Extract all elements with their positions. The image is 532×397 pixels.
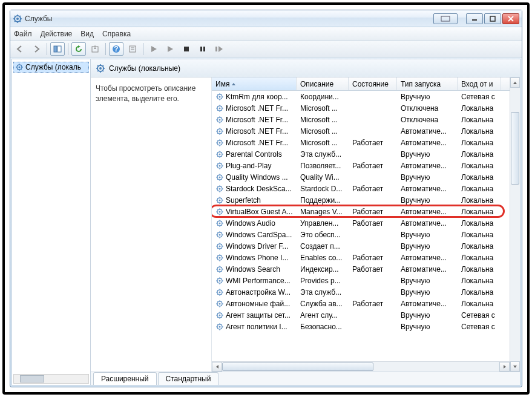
service-row[interactable]: Windows SearchИндексир...РаботаетАвтомат… — [212, 263, 510, 275]
svg-point-60 — [219, 314, 221, 316]
service-row[interactable]: SuperfetchПоддержи...ВручнуюЛокальна — [212, 194, 510, 206]
restart-service-button[interactable] — [212, 42, 226, 56]
menu-file[interactable]: Файл — [14, 30, 32, 38]
svg-text:?: ? — [114, 45, 118, 53]
svg-rect-13 — [184, 47, 189, 51]
body: Службы (локаль Службы (локальные) Чтобы … — [11, 59, 521, 386]
view-tabs: Расширенный Стандартный — [91, 372, 520, 385]
start-service-button-2[interactable] — [163, 42, 177, 56]
svg-point-1 — [16, 18, 19, 20]
menubar: Файл Действие Вид Справка — [10, 27, 522, 41]
service-row[interactable]: Автонастройка W...Эта служб...ВручнуюЛок… — [212, 286, 510, 298]
minimize-button[interactable] — [466, 13, 483, 24]
svg-point-54 — [219, 280, 221, 281]
menu-action[interactable]: Действие — [41, 30, 73, 38]
svg-point-18 — [19, 67, 21, 68]
col-name[interactable]: Имя — [212, 77, 297, 90]
tree-hscroll[interactable] — [13, 374, 89, 384]
svg-point-22 — [219, 96, 221, 97]
toolbar: ? — [10, 41, 522, 57]
gear-icon — [15, 63, 24, 71]
scroll-right-icon[interactable] — [499, 362, 510, 372]
service-row[interactable]: Microsoft .NET Fr...Microsoft ...Работае… — [212, 137, 510, 148]
svg-point-48 — [219, 245, 221, 247]
refresh-button[interactable] — [71, 42, 86, 56]
menu-help[interactable]: Справка — [102, 30, 131, 38]
scroll-down-icon[interactable] — [510, 361, 520, 372]
service-row[interactable]: Windows Phone I...Enables co...РаботаетА… — [212, 252, 510, 263]
col-startup[interactable]: Тип запуска — [397, 77, 458, 90]
service-row[interactable]: WMI Performance...Provides p...ВручнуюЛо… — [212, 275, 510, 286]
extra-button[interactable] — [433, 13, 458, 24]
svg-point-56 — [219, 291, 221, 293]
back-button[interactable] — [13, 42, 27, 56]
service-row[interactable]: Агент защиты сет...Агент слу...ВручнуюСе… — [212, 309, 510, 321]
col-state[interactable]: Состояние — [349, 77, 397, 90]
list-header: Имя Описание Состояние Тип запуска Вход … — [212, 77, 510, 91]
list-hscroll[interactable] — [212, 361, 510, 372]
service-row[interactable]: Stardock DeskSca...Stardock D...Работает… — [212, 183, 510, 194]
svg-rect-10 — [130, 46, 136, 52]
description-text: Чтобы просмотреть описание элемента, выд… — [96, 84, 195, 103]
sort-asc-icon — [231, 82, 236, 87]
svg-rect-14 — [200, 47, 202, 51]
svg-point-28 — [219, 130, 221, 132]
svg-point-40 — [219, 199, 221, 201]
service-row[interactable]: VirtualBox Guest A...Manages V...Работае… — [212, 206, 510, 217]
col-description[interactable]: Описание — [297, 77, 349, 90]
main-header: Службы (локальные) — [91, 59, 520, 77]
forward-button[interactable] — [29, 42, 44, 56]
services-window: Службы Файл Действие Вид Справка ? — [10, 10, 522, 387]
service-row[interactable]: Агент политики I...Безопасно...ВручнуюСе… — [212, 321, 510, 332]
service-row[interactable]: Quality Windows ...Quality Wi...ВручнуюЛ… — [212, 171, 510, 183]
svg-rect-4 — [490, 16, 495, 21]
tree-services-local[interactable]: Службы (локаль — [13, 62, 89, 73]
svg-rect-6 — [57, 46, 61, 52]
main-panel: Службы (локальные) Чтобы просмотреть опи… — [91, 59, 520, 385]
svg-rect-2 — [441, 16, 450, 21]
properties-button[interactable] — [125, 42, 140, 56]
svg-point-30 — [219, 142, 221, 143]
svg-point-50 — [219, 257, 221, 258]
pause-service-button[interactable] — [195, 42, 210, 56]
start-service-button[interactable] — [146, 42, 161, 56]
svg-point-44 — [219, 222, 221, 224]
svg-point-34 — [219, 165, 221, 166]
svg-rect-15 — [203, 47, 205, 51]
service-row[interactable]: Windows CardSpa...Это обесп...ВручнуюЛок… — [212, 229, 510, 240]
description-panel: Чтобы просмотреть описание элемента, выд… — [91, 77, 212, 372]
gear-icon — [96, 64, 105, 73]
svg-rect-16 — [215, 47, 217, 51]
service-row[interactable]: Plug-and-PlayПозволяет...РаботаетАвтомат… — [212, 160, 510, 171]
help-button[interactable]: ? — [109, 42, 123, 56]
menu-view[interactable]: Вид — [80, 30, 94, 38]
tab-standard[interactable]: Стандартный — [158, 372, 219, 385]
stop-service-button[interactable] — [179, 42, 194, 56]
show-hide-tree-button[interactable] — [50, 42, 65, 56]
service-row[interactable]: KtmRm для коор...Координи...ВручнуюСетев… — [212, 91, 510, 102]
export-button[interactable] — [88, 42, 102, 56]
service-row[interactable]: Microsoft .NET Fr...Microsoft ...Отключе… — [212, 114, 510, 125]
list-body[interactable]: KtmRm для коор...Координи...ВручнуюСетев… — [212, 91, 510, 361]
svg-point-52 — [219, 268, 221, 270]
svg-point-32 — [219, 153, 221, 155]
service-row[interactable]: Microsoft .NET Fr...Microsoft ...Автомат… — [212, 125, 510, 137]
service-row[interactable]: Parental ControlsЭта служб...ВручнуюЛока… — [212, 148, 510, 160]
titlebar[interactable]: Службы — [10, 10, 522, 27]
svg-point-20 — [99, 67, 102, 70]
service-row[interactable]: Windows Driver F...Создает п...ВручнуюЛо… — [212, 240, 510, 252]
close-button[interactable] — [502, 13, 519, 24]
svg-point-38 — [219, 188, 221, 189]
tab-extended[interactable]: Расширенный — [93, 372, 157, 385]
outer-frame: Службы Файл Действие Вид Справка ? — [2, 2, 530, 395]
col-logon[interactable]: Вход от и — [458, 77, 501, 90]
maximize-button[interactable] — [484, 13, 501, 24]
list-vscroll[interactable] — [510, 77, 520, 372]
service-row[interactable]: Microsoft .NET Fr...Microsoft ...Отключе… — [212, 102, 510, 114]
svg-point-36 — [219, 176, 221, 178]
service-row[interactable]: Windows AudioУправлен...РаботаетАвтомати… — [212, 217, 510, 229]
scroll-left-icon[interactable] — [212, 362, 222, 372]
svg-point-58 — [219, 303, 221, 304]
service-row[interactable]: Автономные фай...Служба ав...РаботаетАвт… — [212, 298, 510, 309]
scroll-up-icon[interactable] — [510, 77, 520, 88]
